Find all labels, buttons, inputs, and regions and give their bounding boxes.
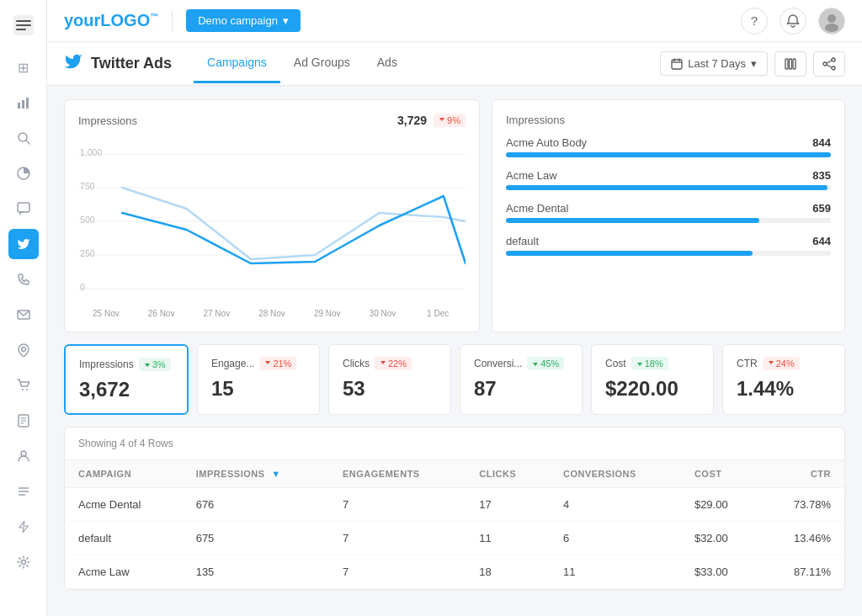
td-conversions: 11 xyxy=(550,555,681,589)
engagements-badge: 21% xyxy=(259,357,296,370)
metrics-row: Impressions 3% 3,672 Engage... 21% xyxy=(64,344,845,415)
bar-item-default: default 644 xyxy=(506,235,831,256)
sidebar-item-cart[interactable] xyxy=(8,370,39,401)
page-header-right: Last 7 Days ▾ xyxy=(660,51,845,77)
dashboard: Impressions 3,729 9% xyxy=(47,86,862,603)
td-impressions: 676 xyxy=(183,488,329,522)
svg-line-35 xyxy=(827,61,832,63)
sidebar-item-analytics[interactable] xyxy=(8,88,39,118)
tab-ads[interactable]: Ads xyxy=(364,44,411,83)
chart-title: Impressions xyxy=(78,114,137,127)
topbar-left: yourLOGO™ Demo campaign ▾ xyxy=(64,9,301,32)
help-button[interactable]: ? xyxy=(741,8,768,35)
svg-point-21 xyxy=(21,560,25,565)
th-impressions[interactable]: IMPRESSIONS ▼ xyxy=(183,460,329,488)
td-cost: $32.00 xyxy=(681,522,760,555)
svg-text:0: 0 xyxy=(80,283,85,292)
metric-ctr: CTR 24% 1.44% xyxy=(722,344,845,415)
metric-impressions: Impressions 3% 3,672 xyxy=(64,344,189,415)
table-info: Showing 4 of 4 Rows xyxy=(65,427,844,460)
bar-item-acme-law: Acme Law 835 xyxy=(506,169,831,190)
demo-campaign-button[interactable]: Demo campaign ▾ xyxy=(186,9,301,32)
svg-point-33 xyxy=(823,62,827,66)
sidebar-item-mail[interactable] xyxy=(8,300,39,330)
campaign-table-section: Showing 4 of 4 Rows CAMPAIGN IMPRESSIONS… xyxy=(64,427,845,590)
share-button[interactable] xyxy=(813,51,845,77)
date-range-button[interactable]: Last 7 Days ▾ xyxy=(660,51,768,76)
svg-rect-2 xyxy=(22,100,24,109)
sidebar-item-chat[interactable] xyxy=(8,194,39,224)
sidebar-item-report[interactable] xyxy=(8,406,39,436)
sidebar-item-phone[interactable] xyxy=(8,264,39,295)
table-row: Acme Dental 676 7 17 4 $29.00 73.78% xyxy=(65,488,844,522)
sidebar-item-list[interactable] xyxy=(8,476,39,507)
user-avatar[interactable] xyxy=(818,8,845,35)
sidebar-item-lightning[interactable] xyxy=(8,512,39,542)
sidebar-item-users[interactable] xyxy=(8,441,39,471)
impressions-badge: 3% xyxy=(139,358,171,371)
svg-text:250: 250 xyxy=(80,249,95,258)
notification-button[interactable] xyxy=(780,8,806,35)
sidebar-item-home[interactable]: ⊞ xyxy=(8,52,39,82)
chart-svg: 1,000 750 500 250 0 xyxy=(78,137,466,305)
x-axis-labels: 25 Nov 26 Nov 27 Nov 28 Nov 29 Nov 30 No… xyxy=(78,305,466,318)
svg-point-16 xyxy=(21,451,26,456)
td-campaign: default xyxy=(65,522,183,555)
chart-change-badge: 9% xyxy=(434,114,466,127)
metric-clicks: Clicks 22% 53 xyxy=(328,344,451,415)
td-conversions: 4 xyxy=(550,488,681,522)
bar-item-acme-dental: Acme Dental 659 xyxy=(506,202,831,223)
tab-campaigns[interactable]: Campaigns xyxy=(194,44,280,83)
svg-rect-30 xyxy=(790,59,792,69)
chart-header: Impressions 3,729 9% xyxy=(78,114,466,127)
td-clicks: 11 xyxy=(466,522,550,555)
metric-engagements: Engage... 21% 15 xyxy=(197,344,320,415)
th-engagements: ENGAGEMENTS xyxy=(329,460,466,488)
svg-rect-3 xyxy=(26,98,29,109)
ctr-badge: 24% xyxy=(763,357,800,370)
svg-rect-29 xyxy=(785,59,788,69)
columns-button[interactable] xyxy=(774,51,806,77)
td-campaign: Acme Law xyxy=(65,555,183,589)
page-header: Twitter Ads Campaigns Ad Groups Ads Last… xyxy=(47,42,862,86)
tab-ad-groups[interactable]: Ad Groups xyxy=(280,44,364,83)
table-header: CAMPAIGN IMPRESSIONS ▼ ENGAGEMENTS CLICK… xyxy=(65,460,844,488)
sidebar-logo xyxy=(8,10,39,40)
nav-tabs: Campaigns Ad Groups Ads xyxy=(194,44,411,83)
svg-rect-7 xyxy=(18,203,29,212)
logo-area: yourLOGO™ xyxy=(64,11,158,30)
svg-rect-1 xyxy=(18,103,20,109)
sidebar-item-location[interactable] xyxy=(8,335,39,365)
th-cost: COST xyxy=(681,460,760,488)
chart-value-area: 3,729 9% xyxy=(397,114,466,127)
td-ctr: 13.46% xyxy=(760,522,844,555)
campaign-table: CAMPAIGN IMPRESSIONS ▼ ENGAGEMENTS CLICK… xyxy=(65,460,844,589)
sidebar-item-pie[interactable] xyxy=(8,158,39,189)
svg-text:500: 500 xyxy=(80,215,95,225)
main-content: yourLOGO™ Demo campaign ▾ ? xyxy=(47,0,862,616)
clicks-badge: 22% xyxy=(375,357,412,370)
td-ctr: 87.11% xyxy=(760,555,844,589)
sidebar-item-twitter[interactable] xyxy=(8,229,39,259)
th-clicks: CLICKS xyxy=(466,460,550,488)
sidebar-item-settings[interactable] xyxy=(8,547,39,577)
table-row: default 675 7 11 6 $32.00 13.46% xyxy=(65,522,844,555)
td-cost: $33.00 xyxy=(681,555,760,589)
topbar-right: ? xyxy=(741,8,845,35)
td-engagements: 7 xyxy=(329,522,466,555)
impressions-chart-card: Impressions 3,729 9% xyxy=(64,99,480,332)
bar-chart-title: Impressions xyxy=(506,114,565,126)
logo-text: yourLOGO™ xyxy=(64,11,158,30)
topbar-divider xyxy=(172,11,173,31)
sidebar-item-search[interactable] xyxy=(8,123,39,153)
sidebar: ⊞ xyxy=(0,0,47,616)
svg-point-9 xyxy=(21,348,25,352)
page-title: Twitter Ads xyxy=(91,55,172,72)
svg-line-5 xyxy=(26,141,29,144)
bar-item-acme-auto: Acme Auto Body 844 xyxy=(506,136,831,157)
th-ctr: CTR xyxy=(760,460,844,488)
td-cost: $29.00 xyxy=(681,488,760,522)
table-row: Acme Law 135 7 18 11 $33.00 87.11% xyxy=(65,555,844,589)
conversions-badge: 45% xyxy=(527,357,564,370)
svg-point-11 xyxy=(26,389,28,390)
